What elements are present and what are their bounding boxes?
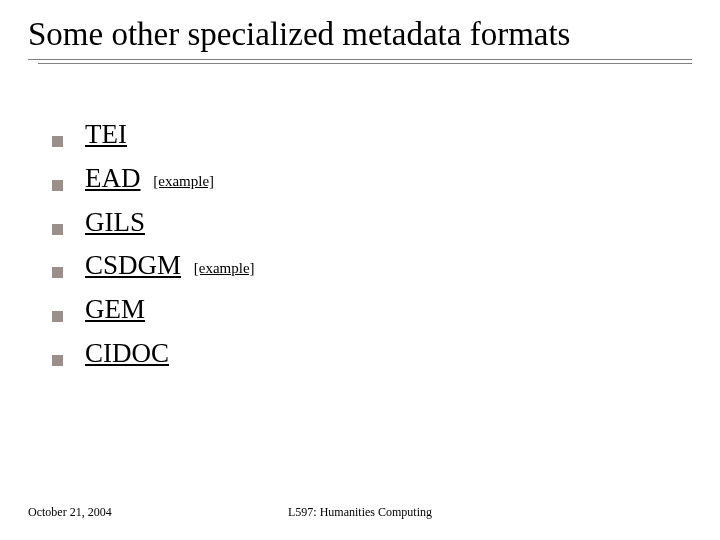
list-item: GEM: [52, 293, 680, 327]
list-item: CSDGM [example]: [52, 249, 680, 283]
square-bullet-icon: [52, 136, 63, 147]
format-link-gem[interactable]: GEM: [85, 294, 145, 324]
item-text: TEI: [85, 118, 127, 152]
list-item: CIDOC: [52, 337, 680, 371]
footer-course: L597: Humanities Computing: [28, 505, 692, 520]
content-area: TEI EAD [example] GILS CSDGM: [52, 118, 680, 381]
format-link-tei[interactable]: TEI: [85, 119, 127, 149]
title-block: Some other specialized metadata formats: [28, 16, 692, 65]
square-bullet-icon: [52, 311, 63, 322]
example-link-ead[interactable]: [example]: [153, 173, 214, 189]
list-item: GILS: [52, 206, 680, 240]
format-link-cidoc[interactable]: CIDOC: [85, 338, 169, 368]
item-text: GILS: [85, 206, 145, 240]
item-text: EAD [example]: [85, 162, 214, 196]
format-link-csdgm[interactable]: CSDGM: [85, 250, 181, 280]
square-bullet-icon: [52, 180, 63, 191]
square-bullet-icon: [52, 355, 63, 366]
item-text: CSDGM [example]: [85, 249, 255, 283]
example-link-csdgm[interactable]: [example]: [194, 260, 255, 276]
list-item: EAD [example]: [52, 162, 680, 196]
list-item: TEI: [52, 118, 680, 152]
item-text: GEM: [85, 293, 145, 327]
title-rule: [28, 59, 692, 65]
title-rule-inner: [38, 63, 692, 64]
square-bullet-icon: [52, 267, 63, 278]
square-bullet-icon: [52, 224, 63, 235]
format-link-gils[interactable]: GILS: [85, 207, 145, 237]
slide: Some other specialized metadata formats …: [0, 0, 720, 540]
slide-title: Some other specialized metadata formats: [28, 16, 692, 53]
item-text: CIDOC: [85, 337, 169, 371]
bullet-list: TEI EAD [example] GILS CSDGM: [52, 118, 680, 371]
format-link-ead[interactable]: EAD: [85, 163, 141, 193]
